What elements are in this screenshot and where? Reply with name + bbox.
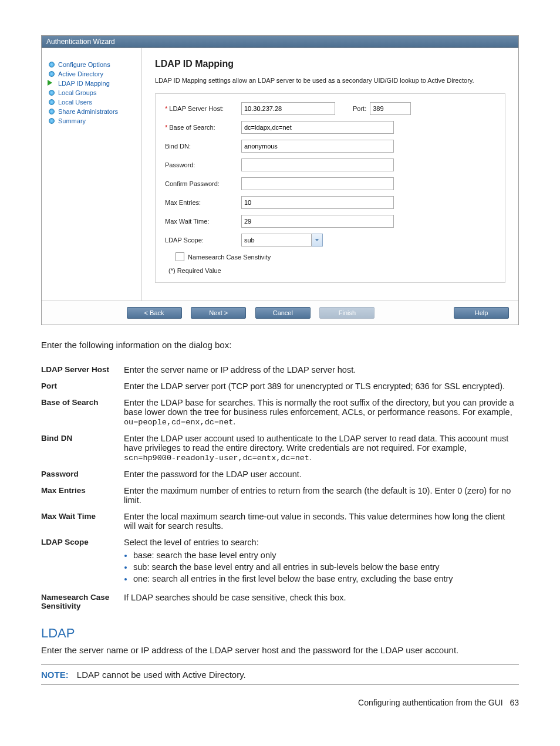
bullet-icon [49, 118, 55, 124]
nav-item-active-directory[interactable]: Active Directory [49, 69, 137, 79]
definition-row: Max Wait TimeEnter the local maximum sea… [41, 508, 519, 534]
definitions-table: LDAP Server HostEnter the server name or… [41, 362, 519, 614]
definition-desc: Enter the LDAP server port (TCP port 389… [124, 378, 519, 394]
intro-text: Enter the following information on the d… [41, 340, 519, 350]
nav-item-label: Local Groups [58, 89, 96, 96]
finish-button: Finish [319, 307, 375, 319]
nav-item-label: Configure Options [58, 61, 110, 68]
bind-dn-label: Bind DN: [165, 143, 241, 150]
max-wait-input[interactable] [241, 215, 394, 228]
definition-desc: Enter the maximum number of entries to r… [124, 482, 519, 508]
help-button[interactable]: Help [454, 307, 509, 319]
nav-item-label: Summary [58, 117, 86, 124]
max-entries-input[interactable] [241, 196, 394, 209]
wizard-footer: < Back Next > Cancel Finish Help [42, 301, 518, 325]
definition-row: Bind DNEnter the LDAP user account used … [41, 430, 519, 466]
ldap-scope-dropdown-button[interactable] [312, 234, 323, 247]
ldap-server-host-label: LDAP Server Host: [169, 105, 224, 112]
ldap-server-host-input[interactable] [241, 102, 335, 115]
authentication-wizard-dialog: Authentication Wizard Configure OptionsA… [41, 35, 519, 325]
confirm-password-label: Confirm Password: [165, 180, 241, 187]
nav-item-configure-options[interactable]: Configure Options [49, 60, 137, 69]
definition-row: Max EntriesEnter the maximum number of e… [41, 482, 519, 508]
bullet-icon [49, 62, 55, 67]
definition-term: LDAP Server Host [41, 362, 124, 378]
bullet-icon [49, 99, 55, 105]
definition-row: LDAP Server HostEnter the server name or… [41, 362, 519, 378]
nav-item-ldap-id-mapping[interactable]: LDAP ID Mapping [49, 79, 137, 88]
definition-desc: Select the level of entries to search:ba… [124, 534, 519, 589]
bullet-icon [49, 109, 55, 114]
wizard-heading: LDAP ID Mapping [155, 59, 505, 69]
definition-row: PortEnter the LDAP server port (TCP port… [41, 378, 519, 394]
wizard-nav: Configure OptionsActive DirectoryLDAP ID… [42, 48, 142, 301]
definition-term: Bind DN [41, 430, 124, 466]
password-input[interactable] [241, 158, 394, 171]
definition-desc: Enter the LDAP base for searches. This i… [124, 394, 519, 430]
scope-list-item: sub: search the base level entry and all… [133, 562, 515, 572]
nav-item-label: Local Users [58, 99, 92, 106]
definition-desc: Enter the password for the LDAP user acc… [124, 466, 519, 482]
definition-term: LDAP Scope [41, 534, 124, 589]
code-sample: ou=people,cd=enx,dc=net [124, 418, 233, 427]
nav-item-local-groups[interactable]: Local Groups [49, 88, 137, 97]
wizard-titlebar: Authentication Wizard [42, 36, 518, 48]
definition-row: Namesearch Case SensitivityIf LDAP searc… [41, 589, 519, 614]
bullet-icon [49, 90, 55, 96]
definition-term: Base of Search [41, 394, 124, 430]
max-entries-label: Max Entries: [165, 199, 241, 206]
definition-term: Password [41, 466, 124, 482]
namesearch-case-label: Namesearch Case Senstivity [188, 254, 271, 261]
nav-item-label: LDAP ID Mapping [58, 80, 110, 87]
definition-desc: Enter the LDAP user account used to auth… [124, 430, 519, 466]
ldap-section-body: Enter the server name or IP address of t… [41, 644, 519, 656]
nav-item-summary[interactable]: Summary [49, 116, 137, 126]
arrow-right-icon [48, 80, 52, 86]
nav-item-label: Active Directory [58, 70, 103, 77]
base-of-search-label: Base of Search: [169, 124, 215, 131]
note-body: LDAP cannot be used with Active Director… [77, 670, 246, 680]
definition-row: Base of SearchEnter the LDAP base for se… [41, 394, 519, 430]
max-wait-label: Max Wait Time: [165, 218, 241, 225]
scope-list-item: one: search all entries in the first lev… [133, 574, 515, 583]
note-label: NOTE: [41, 670, 69, 680]
definition-term: Port [41, 378, 124, 394]
wizard-description: LDAP ID Mapping settings allow an LDAP s… [155, 76, 505, 85]
ldap-section-heading: LDAP [41, 626, 519, 641]
back-button[interactable]: < Back [127, 307, 182, 319]
port-input[interactable] [370, 102, 411, 115]
footer-text: Configuring authentication from the GUI [358, 698, 503, 707]
nav-item-share-administrators[interactable]: Share Administrators [49, 107, 137, 116]
scope-list-item: base: search the base level entry only [133, 551, 515, 560]
page-footer: Configuring authentication from the GUI … [41, 698, 519, 707]
definition-desc: Enter the local maximum search time-out … [124, 508, 519, 534]
bind-dn-input[interactable] [241, 140, 394, 153]
definition-term: Namesearch Case Sensitivity [41, 589, 124, 614]
definition-term: Max Wait Time [41, 508, 124, 534]
ldap-scope-select[interactable] [241, 234, 312, 247]
port-label: Port: [353, 105, 366, 112]
base-of-search-input[interactable] [241, 121, 394, 134]
password-label: Password: [165, 161, 241, 168]
nav-item-local-users[interactable]: Local Users [49, 97, 137, 107]
required-value-note: (*) Required Value [168, 267, 495, 274]
definition-row: LDAP ScopeSelect the level of entries to… [41, 534, 519, 589]
namesearch-case-checkbox[interactable] [176, 252, 184, 261]
definition-term: Max Entries [41, 482, 124, 508]
code-sample: scn=hp9000-readonly-user,dc=entx,dc=net [124, 454, 309, 463]
definition-desc: Enter the server name or IP address of t… [124, 362, 519, 378]
next-button[interactable]: Next > [191, 307, 246, 319]
scope-list: base: search the base level entry onlysu… [133, 551, 515, 583]
definition-row: PasswordEnter the password for the LDAP … [41, 466, 519, 482]
definition-desc: If LDAP searches should be case sensitiv… [124, 589, 519, 614]
ldap-scope-label: LDAP Scope: [165, 237, 241, 244]
ldap-form-panel: *LDAP Server Host: Port: *Base of Search… [155, 93, 505, 283]
bullet-icon [49, 71, 55, 77]
footer-page-number: 63 [510, 698, 519, 707]
chevron-down-icon [315, 238, 319, 242]
nav-item-label: Share Administrators [58, 108, 118, 115]
cancel-button[interactable]: Cancel [255, 307, 311, 319]
confirm-password-input[interactable] [241, 177, 394, 190]
note-block: NOTE: LDAP cannot be used with Active Di… [41, 664, 519, 685]
